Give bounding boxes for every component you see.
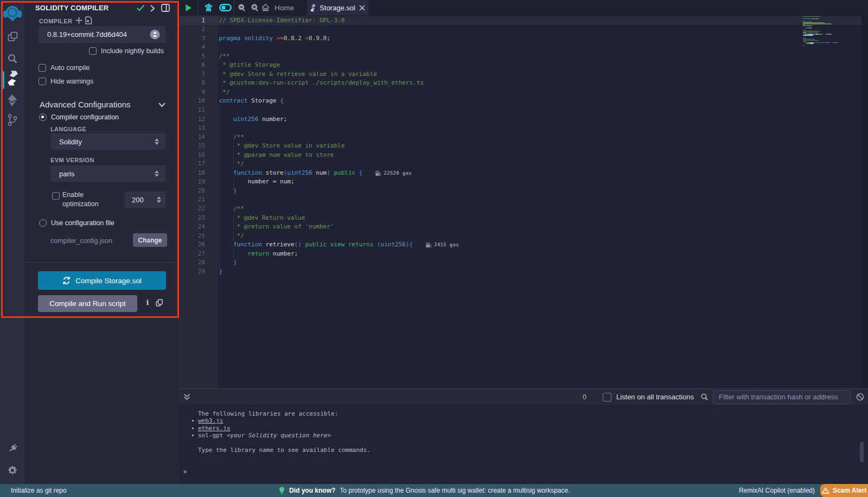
gas-estimate-badge: 2415 gas — [426, 240, 459, 250]
transaction-filter-input[interactable]: Filter with transaction hash or address — [713, 390, 851, 404]
compile-success-check-icon — [137, 5, 144, 11]
code-line-17[interactable]: */ — [218, 160, 459, 169]
evm-version-select[interactable]: paris — [50, 165, 165, 182]
code-line-26[interactable]: function retrieve() public view returns … — [218, 240, 459, 250]
code-lines: // SPDX-License-Identifier: GPL-3.0pragm… — [218, 16, 459, 277]
compiler-version-select[interactable]: 0.8.19+commit.7dd6d404 — [39, 26, 165, 43]
code-line-28[interactable]: } — [218, 258, 459, 267]
code-line-5[interactable]: /** — [218, 52, 459, 61]
config-file-name[interactable]: compiler_config.json — [50, 237, 112, 245]
code-line-3[interactable]: pragma solidity >=0.8.2 <0.9.0; — [218, 34, 459, 43]
code-line-6[interactable]: * @title Storage — [218, 61, 459, 70]
terminal-link-web3.js[interactable]: web3.js — [198, 417, 223, 424]
include-nightly-checkbox[interactable] — [89, 47, 97, 55]
code-line-23[interactable]: * @dev Return value — [218, 214, 459, 223]
remixai-robot-icon[interactable] — [200, 0, 216, 15]
git-icon[interactable] — [0, 113, 25, 126]
info-icon[interactable]: i — [145, 298, 150, 307]
zoom-in-icon[interactable] — [249, 0, 261, 15]
terminal-search-icon[interactable] — [700, 393, 709, 401]
clear-console-icon[interactable] — [856, 393, 864, 401]
compiler-section-label: COMPILER — [39, 18, 72, 24]
compile-and-run-button[interactable]: Compile and Run script — [38, 295, 137, 312]
panel-title: SOLIDITY COMPILER — [35, 4, 108, 12]
code-line-13[interactable] — [218, 124, 459, 133]
code-line-25[interactable]: */ — [218, 232, 459, 241]
listen-transactions-checkbox[interactable] — [603, 393, 611, 402]
code-line-18[interactable]: function store(uint256 num) public {2252… — [218, 169, 459, 178]
compile-button-label: Compile Storage.sol — [75, 277, 142, 285]
tab-home[interactable]: Home — [261, 0, 303, 15]
run-script-play-icon[interactable] — [179, 0, 197, 15]
terminal-link-ethers.js[interactable]: ethers.js — [198, 425, 231, 432]
compiler-version-value: 0.8.19+commit.7dd6d404 — [47, 30, 127, 39]
panel-collapse-chevron-icon[interactable] — [150, 5, 155, 12]
code-line-24[interactable]: * @return value of 'number' — [218, 222, 459, 232]
code-line-16[interactable]: * @param num value to store — [218, 151, 459, 160]
code-line-2[interactable] — [218, 25, 459, 34]
remix-logo[interactable] — [0, 4, 25, 22]
advanced-configurations-title[interactable]: Advanced Configurations — [40, 100, 131, 109]
remixai-copilot-status[interactable]: RemixAI Copilot (enabled) — [739, 484, 815, 497]
auto-compile-label: Auto compile — [50, 64, 90, 72]
code-line-19[interactable]: number = num; — [218, 177, 459, 187]
transaction-count: 0 — [583, 393, 586, 401]
auto-compile-checkbox[interactable] — [39, 64, 46, 72]
updown-arrows-icon — [155, 138, 159, 145]
zoom-out-icon[interactable] — [234, 0, 249, 15]
code-line-12[interactable]: uint256 number; — [218, 115, 459, 124]
terminal-collapse-icon[interactable] — [183, 393, 190, 400]
code-line-11[interactable] — [218, 106, 459, 115]
file-explorer-icon[interactable] — [0, 31, 25, 42]
home-icon — [261, 4, 270, 11]
code-line-9[interactable]: */ — [218, 88, 459, 97]
search-icon[interactable] — [0, 53, 25, 64]
compiler-settings-file-icon[interactable] — [85, 16, 93, 24]
compile-button[interactable]: Compile Storage.sol — [38, 271, 166, 290]
advanced-chevron-down-icon[interactable] — [158, 103, 165, 107]
editor-area: Home Storage.sol 12345678910111213141516… — [179, 0, 868, 484]
optimization-runs-input[interactable]: 200 — [125, 192, 166, 208]
language-select[interactable]: Solidity — [50, 133, 165, 150]
copilot-toggle-icon[interactable] — [216, 0, 234, 15]
code-line-8[interactable]: * @custom:dev-run-script ./scripts/deplo… — [218, 79, 459, 88]
enable-optimization-checkbox[interactable] — [52, 192, 60, 200]
code-line-20[interactable]: } — [218, 187, 459, 196]
settings-gear-icon[interactable] — [0, 466, 25, 475]
terminal[interactable]: The following libraries are accessible:•… — [179, 405, 868, 484]
editor-scrollbar-track[interactable] — [861, 15, 868, 388]
plugin-manager-icon[interactable] — [0, 442, 25, 453]
compiler-configuration-radio[interactable] — [39, 113, 47, 121]
code-line-22[interactable]: /** — [218, 205, 459, 214]
code-line-4[interactable] — [218, 43, 459, 52]
scam-alert-button[interactable]: Scam Alert — [820, 484, 868, 497]
terminal-scrollbar-thumb[interactable] — [860, 442, 864, 462]
include-nightly-row: Include nightly builds — [89, 47, 164, 55]
solidity-file-icon — [310, 4, 316, 12]
did-you-know-tip-group: Did you know? To prototype using the Gno… — [279, 484, 570, 497]
code-line-21[interactable] — [218, 195, 459, 205]
close-tab-icon[interactable] — [359, 5, 365, 11]
code-line-7[interactable]: * @dev Store & retrieve value in a varia… — [218, 70, 459, 79]
add-custom-compiler-icon[interactable] — [75, 17, 82, 24]
deploy-run-icon[interactable] — [0, 94, 25, 107]
gas-estimate-badge: 22520 gas — [375, 169, 411, 178]
change-config-button[interactable]: Change — [133, 233, 167, 247]
code-line-29[interactable]: } — [218, 267, 459, 277]
code-line-10[interactable]: contract Storage { — [218, 97, 459, 106]
tab-storage-sol[interactable]: Storage.sol — [307, 0, 368, 15]
code-line-1[interactable]: // SPDX-License-Identifier: GPL-3.0 — [218, 16, 459, 26]
listen-transactions-label: Listen on all transactions — [616, 393, 694, 401]
compile-and-run-label: Compile and Run script — [49, 300, 125, 308]
pin-panel-icon[interactable] — [161, 4, 170, 12]
code-line-14[interactable]: /** — [218, 133, 459, 142]
active-plugin-indicator — [2, 71, 4, 89]
hide-warnings-checkbox[interactable] — [39, 78, 46, 85]
git-init-button[interactable]: Initialize as git repo — [11, 484, 67, 497]
code-line-15[interactable]: * @dev Store value in variable — [218, 142, 459, 151]
copy-icon[interactable] — [156, 299, 163, 307]
code-editor[interactable]: 1234567891011121314151617181920212223242… — [179, 15, 868, 388]
line-numbers: 1234567891011121314151617181920212223242… — [179, 16, 218, 277]
code-line-27[interactable]: return number; — [218, 250, 459, 259]
use-configuration-file-radio[interactable] — [39, 219, 47, 227]
